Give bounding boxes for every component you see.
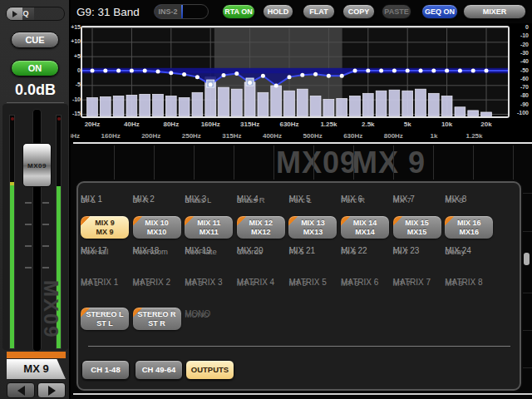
rta-axis-tick: -70: [510, 84, 529, 90]
fader-tick: [25, 224, 32, 225]
right-arrow-icon: [12, 11, 17, 17]
fader-tick: [25, 202, 32, 204]
band-frequency-label[interactable]: 315Hz: [214, 132, 250, 140]
rta-axis-tick: -40: [510, 58, 529, 64]
strip-watermark-vertical: MX09: [39, 280, 62, 363]
prev-channel-button[interactable]: [7, 382, 35, 398]
freq-gridline-label: 20k: [470, 121, 503, 128]
input-meter-fill: [10, 182, 14, 348]
geq-title: G9: 31 Band: [76, 6, 140, 18]
rta-axis-tick: -60: [510, 76, 529, 81]
sidebar-divider: [7, 102, 64, 103]
freq-gridline-label: 10k: [431, 121, 464, 128]
strip-edge-line: [522, 193, 532, 194]
strip-divider: [194, 145, 195, 180]
channel-watermark-id: MX09: [276, 145, 357, 180]
freq-gridline-label: 2.5k: [352, 121, 385, 128]
channel-button-stereo-r[interactable]: STEREO RST R: [133, 308, 181, 330]
strip-edge-line: [522, 367, 532, 368]
geq-plot[interactable]: [81, 26, 510, 118]
strip-divider: [513, 145, 514, 180]
band-frequency-label[interactable]: 125Hz: [71, 132, 89, 140]
fader-tick: [42, 224, 49, 225]
band-frequency-strip: 125Hz160Hz200Hz250Hz315Hz400Hz500Hz630Hz…: [71, 131, 532, 142]
hold-button[interactable]: HOLD: [263, 4, 293, 19]
rta-axis-tick: 0: [510, 24, 529, 30]
channel-button-mix-16[interactable]: MIX 16MX16: [445, 216, 493, 239]
tab-outputs[interactable]: OUTPUTS: [185, 360, 234, 380]
channel-name-tag: MX 9: [7, 359, 66, 379]
freq-gridline-label: 5k: [391, 121, 424, 128]
fader-panel: MX09 MX09: [2, 104, 68, 350]
fader-tick: [42, 267, 49, 268]
band-frequency-label[interactable]: 1.25k: [456, 132, 493, 140]
stagemix-geq-screen: G9: 31 Band INS-1 INS-2 RTA ON HOLD FLAT…: [0, 0, 532, 399]
eq-axis-tick: +5: [70, 53, 81, 59]
next-channel-button[interactable]: [37, 382, 66, 398]
fader-tick: [25, 267, 32, 268]
clip-led: [57, 117, 61, 121]
fader-gain-value: 0.0dB: [0, 81, 71, 99]
paste-button: PASTE: [382, 4, 411, 19]
band-frequency-label[interactable]: 500Hz: [294, 132, 331, 140]
channel-watermark-name: MX 9: [352, 145, 426, 180]
band-frequency-label[interactable]: 1k: [416, 132, 452, 140]
channel-select-panel: MIX 1Dr LMIX 2Dr RMIX 3Brass LMIX 4Brass…: [76, 181, 521, 391]
channel-button-stereo-l[interactable]: STEREO LST L: [81, 308, 129, 330]
strip-divider: [473, 145, 474, 180]
eq-axis-tick: -5: [70, 81, 81, 87]
band-frequency-label[interactable]: 250Hz: [173, 132, 209, 140]
freq-gridline-label: 160Hz: [194, 121, 227, 128]
fader-tick: [25, 245, 32, 247]
insert-selector: INS-1 INS-2: [154, 4, 209, 19]
geq-on-button[interactable]: GEQ ON: [421, 4, 458, 19]
mixer-button[interactable]: MIXER: [463, 4, 526, 19]
rta-axis-tick: -10: [510, 32, 529, 38]
channel-button-mix-10[interactable]: MIX 10MX10: [133, 216, 181, 239]
fader-knob[interactable]: MX09: [22, 143, 52, 187]
tab-ch-1-48[interactable]: CH 1-48: [81, 360, 130, 380]
channel-button-mix-14[interactable]: MIX 14MX14: [341, 216, 389, 239]
strip-divider: [154, 145, 155, 180]
freq-gridline-label: 315Hz: [234, 121, 267, 128]
channel-button-mix-11[interactable]: MIX 11MX11: [185, 216, 233, 239]
band-frequency-label[interactable]: 800Hz: [375, 132, 411, 140]
scrollbar-thumb[interactable]: [524, 253, 530, 265]
freq-gridline-label: 20Hz: [76, 121, 109, 128]
channel-button-mix-15[interactable]: MIX 15MX15: [393, 216, 441, 239]
channel-color-bar: [7, 352, 66, 358]
panel-divider: [88, 346, 510, 347]
copy-button[interactable]: COPY: [342, 4, 375, 19]
rta-on-button[interactable]: RTA ON: [222, 4, 255, 19]
tab-ins-2[interactable]: INS-2: [155, 5, 181, 18]
rta-axis-tick: -50: [510, 67, 529, 73]
tab-ch-49-64[interactable]: CH 49-64: [135, 360, 183, 380]
flat-button[interactable]: FLAT: [303, 4, 335, 19]
freq-gridline-label: 40Hz: [115, 121, 148, 128]
eq-axis-tick: 0: [70, 67, 81, 73]
band-frequency-label[interactable]: 400Hz: [254, 132, 291, 140]
strip-edge-line: [522, 293, 532, 293]
strip-edge-line: [522, 231, 532, 232]
band-frequency-label[interactable]: 200Hz: [133, 132, 170, 140]
strip-divider: [234, 145, 234, 180]
band-frequency-label[interactable]: 160Hz: [92, 132, 129, 140]
rta-axis-tick: -90: [510, 101, 529, 107]
input-meter: [9, 115, 15, 349]
channel-button-mix-12[interactable]: MIX 12MX12: [237, 216, 285, 239]
band-frequency-label[interactable]: 630Hz: [335, 132, 372, 140]
cue-button[interactable]: CUE: [11, 32, 59, 48]
strip-divider: [353, 145, 354, 180]
channel-button-mix-13[interactable]: MIX 13MX13: [288, 216, 337, 239]
eq-axis-tick: +10: [70, 38, 81, 44]
geq-graph-zone: +15+10+50-5-10-150-10-20-30-40-50-60-70-…: [71, 23, 532, 145]
freq-gridline-label: 1.25k: [312, 121, 345, 128]
rta-axis-tick: -30: [510, 50, 529, 56]
on-button[interactable]: ON: [11, 60, 59, 76]
channel-sidebar: GEQ CUE ON 0.0dB In Out M: [0, 0, 71, 399]
strip-divider: [313, 145, 314, 180]
rta-axis-tick: -20: [510, 42, 529, 47]
channel-button-mix-9[interactable]: MIX 9MX 9: [81, 216, 129, 239]
geq-next-button[interactable]: [7, 7, 22, 20]
clip-led: [11, 117, 14, 121]
